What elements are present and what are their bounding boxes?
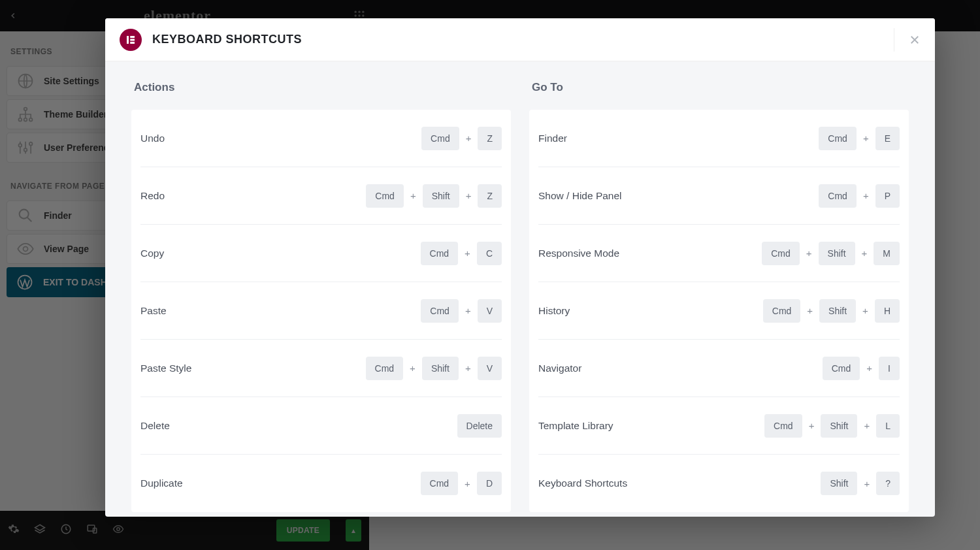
keyboard-shortcuts-modal: KEYBOARD SHORTCUTS ActionsUndoCmd+ZRedoC… [105, 18, 935, 517]
keyboard-key: Z [478, 184, 502, 208]
keyboard-key: Cmd [366, 357, 404, 380]
svg-rect-27 [130, 42, 135, 44]
keyboard-key: Shift [819, 299, 856, 323]
plus-separator: + [864, 420, 870, 431]
section-title: Actions [131, 77, 511, 110]
shortcut-keys: Cmd+V [421, 299, 502, 323]
shortcut-keys: Cmd+I [823, 357, 900, 380]
keyboard-key: Cmd [764, 414, 802, 438]
shortcut-row: Paste StyleCmd+Shift+V [140, 340, 502, 397]
shortcut-keys: Cmd+D [421, 472, 502, 495]
shortcut-keys: Cmd+Shift+Z [366, 184, 502, 208]
keyboard-key: Shift [423, 184, 459, 208]
shortcut-label: History [538, 305, 570, 317]
keyboard-key: ? [876, 472, 900, 495]
shortcut-keys: Delete [457, 414, 502, 438]
keyboard-key: Shift [821, 414, 857, 438]
shortcut-section: ActionsUndoCmd+ZRedoCmd+Shift+ZCopyCmd+C… [131, 77, 511, 512]
modal-header: KEYBOARD SHORTCUTS [105, 18, 935, 61]
keyboard-key: M [874, 242, 900, 265]
shortcut-label: Paste [140, 305, 167, 317]
svg-rect-24 [127, 36, 129, 44]
shortcut-section: Go ToFinderCmd+EShow / Hide PanelCmd+PRe… [529, 77, 909, 512]
keyboard-key: Cmd [421, 299, 459, 323]
plus-separator: + [466, 190, 472, 201]
keyboard-key: Cmd [421, 242, 459, 265]
keyboard-key: Cmd [421, 127, 459, 150]
keyboard-key: L [876, 414, 900, 438]
shortcut-keys: Cmd+E [819, 127, 900, 150]
keyboard-key: E [875, 127, 900, 150]
shortcut-row: Keyboard ShortcutsShift+? [538, 455, 900, 512]
keyboard-key: Delete [457, 414, 502, 438]
close-icon [909, 34, 921, 46]
plus-separator: + [862, 305, 868, 316]
shortcut-row: NavigatorCmd+I [538, 340, 900, 397]
shortcut-label: Responsive Mode [538, 248, 619, 259]
plus-separator: + [465, 478, 470, 489]
plus-separator: + [866, 363, 872, 374]
shortcut-label: Show / Hide Panel [538, 190, 622, 202]
shortcut-label: Paste Style [140, 363, 191, 374]
shortcut-keys: Cmd+Shift+L [764, 414, 900, 438]
keyboard-key: Z [478, 127, 502, 150]
keyboard-key: C [477, 242, 502, 265]
shortcut-keys: Cmd+Shift+V [366, 357, 502, 380]
shortcut-row: UndoCmd+Z [140, 110, 502, 167]
keyboard-key: Cmd [823, 357, 860, 380]
plus-separator: + [410, 363, 416, 374]
plus-separator: + [806, 248, 812, 259]
keyboard-key: H [875, 299, 900, 323]
keyboard-key: D [477, 472, 502, 495]
section-title: Go To [529, 77, 909, 110]
elementor-logo-icon [120, 29, 142, 51]
keyboard-key: P [875, 184, 900, 208]
plus-separator: + [863, 133, 869, 144]
shortcut-label: Navigator [538, 363, 581, 374]
plus-separator: + [863, 190, 869, 201]
shortcut-label: Keyboard Shortcuts [538, 477, 627, 489]
shortcut-label: Delete [140, 420, 170, 432]
plus-separator: + [807, 305, 813, 316]
shortcut-keys: Cmd+Shift+H [763, 299, 900, 323]
keyboard-key: Cmd [762, 242, 800, 265]
shortcut-row: PasteCmd+V [140, 282, 502, 340]
shortcut-row: DuplicateCmd+D [140, 455, 502, 512]
shortcut-label: Duplicate [140, 477, 183, 489]
shortcut-keys: Cmd+P [819, 184, 900, 208]
svg-rect-25 [130, 36, 135, 38]
plus-separator: + [465, 363, 471, 374]
shortcut-label: Copy [140, 248, 164, 259]
shortcut-row: DeleteDelete [140, 397, 502, 455]
plus-separator: + [864, 478, 870, 489]
keyboard-key: I [879, 357, 900, 380]
keyboard-key: Shift [819, 242, 855, 265]
keyboard-key: Cmd [763, 299, 801, 323]
shortcut-row: Template LibraryCmd+Shift+L [538, 397, 900, 455]
shortcut-label: Undo [140, 133, 165, 144]
modal-body[interactable]: ActionsUndoCmd+ZRedoCmd+Shift+ZCopyCmd+C… [105, 61, 935, 517]
shortcut-label: Finder [538, 133, 567, 144]
plus-separator: + [862, 248, 868, 259]
keyboard-key: V [478, 357, 502, 380]
shortcut-label: Redo [140, 190, 165, 202]
shortcut-keys: Cmd+Shift+M [762, 242, 900, 265]
keyboard-key: Cmd [421, 472, 459, 495]
keyboard-key: Cmd [819, 127, 857, 150]
shortcut-row: RedoCmd+Shift+Z [140, 167, 502, 225]
shortcut-card: UndoCmd+ZRedoCmd+Shift+ZCopyCmd+CPasteCm… [131, 110, 511, 512]
keyboard-key: V [478, 299, 502, 323]
keyboard-key: Cmd [366, 184, 404, 208]
keyboard-key: Shift [821, 472, 857, 495]
plus-separator: + [410, 190, 416, 201]
keyboard-key: Shift [422, 357, 459, 380]
shortcut-row: FinderCmd+E [538, 110, 900, 167]
keyboard-key: Cmd [819, 184, 857, 208]
close-button[interactable] [894, 28, 921, 52]
modal-title: KEYBOARD SHORTCUTS [152, 33, 302, 46]
shortcut-keys: Shift+? [821, 472, 900, 495]
shortcut-label: Template Library [538, 420, 613, 432]
shortcut-card: FinderCmd+EShow / Hide PanelCmd+PRespons… [529, 110, 909, 512]
shortcut-row: Show / Hide PanelCmd+P [538, 167, 900, 225]
plus-separator: + [465, 305, 471, 316]
